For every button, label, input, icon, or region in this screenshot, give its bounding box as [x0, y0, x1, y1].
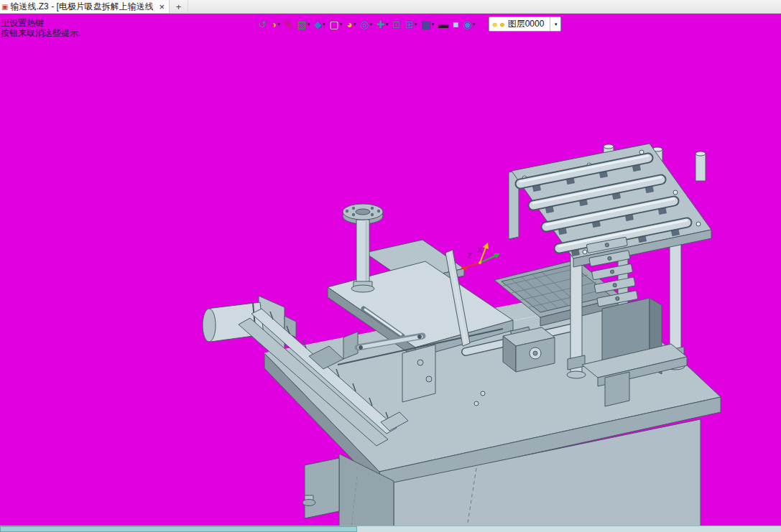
visibility-icon: ◉	[463, 19, 471, 29]
material-icon: ◆	[314, 19, 322, 29]
new-tab-button[interactable]: +	[170, 0, 188, 13]
shaded-display-button[interactable]: ▧▾	[295, 17, 312, 32]
viewport-3d-canvas[interactable]	[0, 14, 781, 532]
color-wheel-icon: ◕	[346, 19, 352, 29]
layer-name-label: 图层0000	[508, 18, 550, 30]
measure-icon: ✎	[285, 19, 293, 29]
hint-line-2: 按钮来取消这些提示.	[1, 28, 80, 38]
color-wheel-button[interactable]: ◕▾	[344, 17, 358, 32]
zoom-window-button[interactable]: ⊞▾	[403, 17, 419, 32]
dropdown-caret-icon: ▾	[555, 22, 558, 27]
render-mode-icon: ◑	[271, 19, 277, 29]
tab-close-button[interactable]: ×	[159, 2, 165, 11]
document-tab[interactable]: ▣ 输送线.Z3 - [电极片吸盘拆解上输送线] ×	[0, 0, 170, 13]
zoom-window-icon: ⊞	[405, 19, 414, 29]
layer-color-dot-icon: ●	[499, 19, 504, 29]
hint-line-1: 里设置热键	[1, 18, 80, 28]
zoom-icon: ◎	[360, 19, 369, 29]
layer-visibility-bulb-icon[interactable]: ●	[492, 19, 497, 29]
rotate-view-button[interactable]: ⊡	[390, 17, 403, 32]
visibility-button[interactable]: ◉▾	[461, 17, 477, 32]
background-color-button[interactable]: ▬	[436, 17, 450, 32]
dropdown-caret-icon[interactable]: ▾	[340, 22, 343, 27]
render-mode-button[interactable]: ◑▾	[269, 17, 282, 32]
display-settings-icon: ▤	[421, 19, 430, 29]
document-icon: ▣	[1, 3, 8, 11]
layer-combo[interactable]: ● ● 图层0000 ▾	[489, 17, 561, 32]
dropdown-caret-icon[interactable]: ▾	[473, 22, 476, 27]
layer-dropdown-button[interactable]: ▾	[550, 17, 560, 31]
dropdown-caret-icon[interactable]: ▾	[353, 22, 356, 27]
dropdown-caret-icon[interactable]: ▾	[386, 22, 389, 27]
refresh-view-icon: ↺	[258, 19, 267, 29]
tab-title: 输送线.Z3 - [电极片吸盘拆解上输送线]	[10, 1, 153, 13]
horizontal-scrollbar-thumb[interactable]	[0, 526, 357, 532]
horizontal-scrollbar[interactable]	[0, 526, 781, 532]
view-cube-icon: ▢	[330, 19, 339, 29]
display-settings-button[interactable]: ▤▾	[419, 17, 436, 32]
measure-button[interactable]: ✎	[282, 17, 295, 32]
dropdown-caret-icon[interactable]: ▾	[277, 22, 280, 27]
pan-button[interactable]: ✚▾	[374, 17, 390, 32]
view-toolbar: ↺ ◑▾ ✎ ▧▾ ◆▾ ▢▾ ◕▾ ◎▾ ✚▾ ⊡ ⊞▾ ▤▾ ▬ ■ ◉▾ …	[256, 17, 561, 32]
material-button[interactable]: ◆▾	[312, 17, 327, 32]
dropdown-caret-icon[interactable]: ▾	[431, 22, 434, 27]
background-color-icon: ▬	[438, 19, 448, 29]
shaded-display-icon: ▧	[297, 19, 306, 29]
rotate-view-icon: ⊡	[392, 19, 401, 29]
dropdown-caret-icon[interactable]: ▾	[415, 22, 417, 27]
tab-bar: ▣ 输送线.Z3 - [电极片吸盘拆解上输送线] × +	[0, 0, 781, 14]
view-cube-button[interactable]: ▢▾	[328, 17, 345, 32]
dropdown-caret-icon[interactable]: ▾	[369, 22, 372, 27]
zoom-button[interactable]: ◎▾	[358, 17, 374, 32]
pan-icon: ✚	[376, 19, 385, 29]
dropdown-caret-icon[interactable]: ▾	[323, 22, 325, 27]
refresh-view-button[interactable]: ↺	[256, 17, 269, 32]
section-view-icon: ■	[453, 19, 458, 29]
hint-text: 里设置热键 按钮来取消这些提示.	[1, 18, 80, 38]
dropdown-caret-icon[interactable]: ▾	[308, 22, 310, 27]
section-view-button[interactable]: ■	[450, 17, 461, 32]
